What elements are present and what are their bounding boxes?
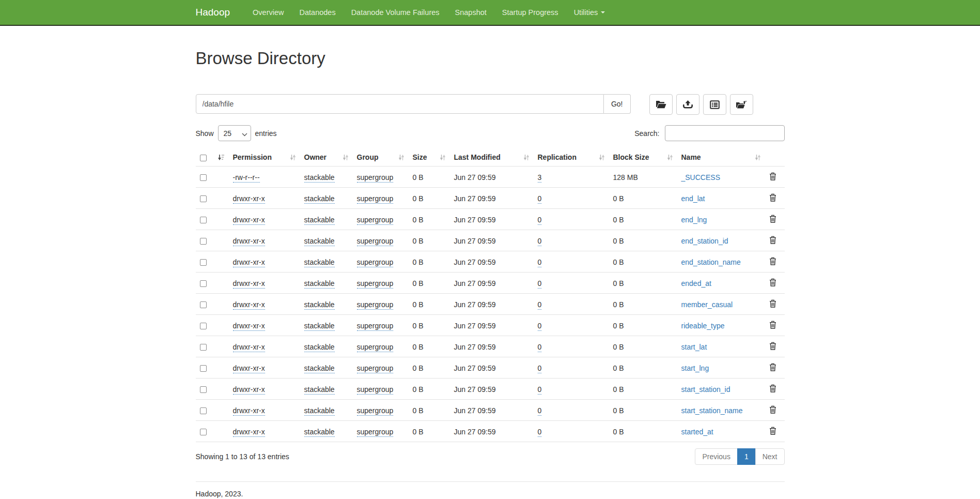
delete-button[interactable]	[769, 299, 776, 308]
file-name-link[interactable]: end_station_id	[681, 237, 728, 245]
permission-value[interactable]: drwxr-xr-x	[233, 406, 265, 416]
owner-value[interactable]: stackable	[304, 194, 335, 204]
column-header-replication[interactable]: Replication	[534, 149, 609, 167]
row-checkbox[interactable]	[200, 407, 207, 414]
owner-value[interactable]: stackable	[304, 216, 335, 225]
group-value[interactable]: supergroup	[357, 173, 394, 183]
replication-value[interactable]: 0	[538, 300, 542, 310]
file-name-link[interactable]: start_lng	[681, 364, 709, 372]
column-header-size[interactable]: Size	[409, 149, 450, 167]
replication-value[interactable]: 0	[538, 194, 542, 204]
row-checkbox[interactable]	[200, 217, 207, 223]
owner-value[interactable]: stackable	[304, 300, 335, 310]
file-name-link[interactable]: started_at	[681, 428, 713, 436]
file-name-link[interactable]: end_station_name	[681, 258, 741, 266]
group-value[interactable]: supergroup	[357, 364, 394, 373]
previous-page-button[interactable]: Previous	[695, 448, 737, 465]
permission-value[interactable]: drwxr-xr-x	[233, 258, 265, 267]
delete-button[interactable]	[769, 257, 776, 265]
replication-value[interactable]: 0	[538, 364, 542, 373]
row-checkbox[interactable]	[200, 365, 207, 372]
file-name-link[interactable]: start_station_name	[681, 406, 743, 415]
row-checkbox[interactable]	[200, 344, 207, 351]
replication-value[interactable]: 0	[538, 406, 542, 416]
replication-value[interactable]: 3	[538, 173, 542, 183]
select-all-checkbox[interactable]	[200, 155, 207, 161]
file-name-link[interactable]: start_lat	[681, 343, 707, 351]
owner-value[interactable]: stackable	[304, 173, 335, 183]
permission-value[interactable]: drwxr-xr-x	[233, 237, 265, 246]
file-name-link[interactable]: rideable_type	[681, 322, 725, 330]
permission-value[interactable]: drwxr-xr-x	[233, 194, 265, 204]
upload-button[interactable]	[676, 94, 699, 115]
delete-button[interactable]	[769, 321, 776, 329]
delete-button[interactable]	[769, 427, 776, 435]
delete-button[interactable]	[769, 405, 776, 414]
folder-transfer-button[interactable]	[730, 94, 753, 115]
group-value[interactable]: supergroup	[357, 279, 394, 289]
directory-path-input[interactable]	[196, 94, 604, 114]
column-header-last-modified[interactable]: Last Modified	[450, 149, 534, 167]
page-1-button[interactable]: 1	[737, 448, 756, 465]
group-value[interactable]: supergroup	[357, 194, 394, 204]
folder-open-button[interactable]	[649, 94, 673, 115]
go-button[interactable]: Go!	[604, 94, 631, 114]
owner-value[interactable]: stackable	[304, 279, 335, 289]
file-name-link[interactable]: end_lng	[681, 216, 707, 224]
nav-item-utilities-dropdown[interactable]: Utilities	[566, 8, 613, 17]
delete-button[interactable]	[769, 342, 776, 350]
next-page-button[interactable]: Next	[755, 448, 785, 465]
row-checkbox[interactable]	[200, 386, 207, 393]
group-value[interactable]: supergroup	[357, 237, 394, 246]
search-input[interactable]	[665, 125, 785, 141]
delete-button[interactable]	[769, 363, 776, 371]
replication-value[interactable]: 0	[538, 343, 542, 352]
nav-item-snapshot[interactable]: Snapshot	[447, 8, 494, 17]
owner-value[interactable]: stackable	[304, 385, 335, 395]
group-value[interactable]: supergroup	[357, 300, 394, 310]
page-size-select[interactable]: 25	[218, 125, 251, 141]
group-value[interactable]: supergroup	[357, 385, 394, 395]
select-all-header[interactable]	[196, 149, 229, 167]
group-value[interactable]: supergroup	[357, 258, 394, 267]
file-name-link[interactable]: member_casual	[681, 300, 733, 309]
file-name-link[interactable]: end_lat	[681, 194, 705, 203]
permission-value[interactable]: drwxr-xr-x	[233, 300, 265, 310]
nav-item-datanode-volume-failures[interactable]: Datanode Volume Failures	[344, 8, 447, 17]
column-header-block-size[interactable]: Block Size	[609, 149, 677, 167]
row-checkbox[interactable]	[200, 429, 207, 435]
file-name-link[interactable]: _SUCCESS	[681, 173, 720, 182]
owner-value[interactable]: stackable	[304, 406, 335, 416]
owner-value[interactable]: stackable	[304, 428, 335, 437]
delete-button[interactable]	[769, 384, 776, 392]
file-name-link[interactable]: start_station_id	[681, 385, 730, 394]
replication-value[interactable]: 0	[538, 216, 542, 225]
nav-item-datanodes[interactable]: Datanodes	[292, 8, 344, 17]
file-name-link[interactable]: ended_at	[681, 279, 711, 288]
group-value[interactable]: supergroup	[357, 216, 394, 225]
owner-value[interactable]: stackable	[304, 237, 335, 246]
column-header-group[interactable]: Group	[353, 149, 409, 167]
row-checkbox[interactable]	[200, 323, 207, 329]
row-checkbox[interactable]	[200, 195, 207, 202]
permission-value[interactable]: drwxr-xr-x	[233, 428, 265, 437]
column-header-owner[interactable]: Owner	[300, 149, 353, 167]
row-checkbox[interactable]	[200, 174, 207, 181]
row-checkbox[interactable]	[200, 280, 207, 287]
replication-value[interactable]: 0	[538, 322, 542, 331]
list-alt-button[interactable]	[703, 94, 726, 115]
delete-button[interactable]	[769, 193, 776, 202]
permission-value[interactable]: drwxr-xr-x	[233, 364, 265, 373]
nav-item-startup-progress[interactable]: Startup Progress	[494, 8, 566, 17]
delete-button[interactable]	[769, 215, 776, 223]
row-checkbox[interactable]	[200, 238, 207, 245]
replication-value[interactable]: 0	[538, 237, 542, 246]
owner-value[interactable]: stackable	[304, 364, 335, 373]
owner-value[interactable]: stackable	[304, 258, 335, 267]
permission-value[interactable]: drwxr-xr-x	[233, 279, 265, 289]
owner-value[interactable]: stackable	[304, 322, 335, 331]
replication-value[interactable]: 0	[538, 258, 542, 267]
permission-value[interactable]: -rw-r--r--	[233, 173, 260, 183]
delete-button[interactable]	[769, 236, 776, 244]
group-value[interactable]: supergroup	[357, 343, 394, 352]
